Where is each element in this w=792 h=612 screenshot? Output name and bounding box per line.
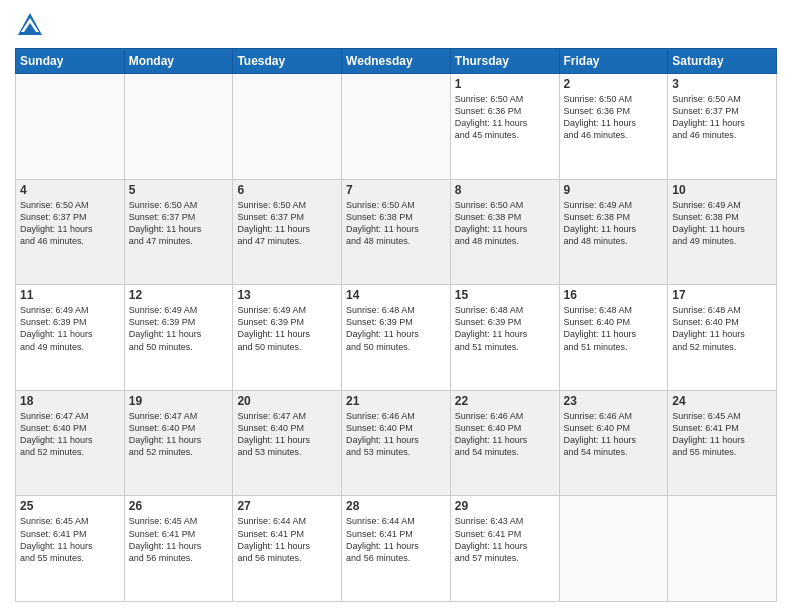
day-info: Sunrise: 6:50 AM Sunset: 6:37 PM Dayligh… (237, 199, 337, 248)
calendar-week-row: 11Sunrise: 6:49 AM Sunset: 6:39 PM Dayli… (16, 285, 777, 391)
day-info: Sunrise: 6:50 AM Sunset: 6:36 PM Dayligh… (455, 93, 555, 142)
day-number: 21 (346, 394, 446, 408)
day-info: Sunrise: 6:48 AM Sunset: 6:39 PM Dayligh… (455, 304, 555, 353)
day-info: Sunrise: 6:50 AM Sunset: 6:37 PM Dayligh… (129, 199, 229, 248)
logo (15, 10, 49, 40)
calendar-cell: 3Sunrise: 6:50 AM Sunset: 6:37 PM Daylig… (668, 74, 777, 180)
day-info: Sunrise: 6:43 AM Sunset: 6:41 PM Dayligh… (455, 515, 555, 564)
calendar-cell: 28Sunrise: 6:44 AM Sunset: 6:41 PM Dayli… (342, 496, 451, 602)
calendar-cell (668, 496, 777, 602)
page: SundayMondayTuesdayWednesdayThursdayFrid… (0, 0, 792, 612)
calendar-cell: 1Sunrise: 6:50 AM Sunset: 6:36 PM Daylig… (450, 74, 559, 180)
calendar-cell: 22Sunrise: 6:46 AM Sunset: 6:40 PM Dayli… (450, 390, 559, 496)
day-number: 6 (237, 183, 337, 197)
day-info: Sunrise: 6:50 AM Sunset: 6:38 PM Dayligh… (455, 199, 555, 248)
day-info: Sunrise: 6:45 AM Sunset: 6:41 PM Dayligh… (20, 515, 120, 564)
calendar-cell: 18Sunrise: 6:47 AM Sunset: 6:40 PM Dayli… (16, 390, 125, 496)
day-number: 5 (129, 183, 229, 197)
day-number: 4 (20, 183, 120, 197)
day-info: Sunrise: 6:49 AM Sunset: 6:39 PM Dayligh… (20, 304, 120, 353)
calendar-cell: 4Sunrise: 6:50 AM Sunset: 6:37 PM Daylig… (16, 179, 125, 285)
day-number: 20 (237, 394, 337, 408)
day-number: 16 (564, 288, 664, 302)
calendar-cell: 13Sunrise: 6:49 AM Sunset: 6:39 PM Dayli… (233, 285, 342, 391)
calendar-header-saturday: Saturday (668, 49, 777, 74)
calendar-cell: 8Sunrise: 6:50 AM Sunset: 6:38 PM Daylig… (450, 179, 559, 285)
day-info: Sunrise: 6:47 AM Sunset: 6:40 PM Dayligh… (129, 410, 229, 459)
day-info: Sunrise: 6:47 AM Sunset: 6:40 PM Dayligh… (237, 410, 337, 459)
day-number: 27 (237, 499, 337, 513)
calendar-cell: 29Sunrise: 6:43 AM Sunset: 6:41 PM Dayli… (450, 496, 559, 602)
day-number: 14 (346, 288, 446, 302)
calendar-week-row: 1Sunrise: 6:50 AM Sunset: 6:36 PM Daylig… (16, 74, 777, 180)
day-number: 24 (672, 394, 772, 408)
day-number: 12 (129, 288, 229, 302)
day-number: 3 (672, 77, 772, 91)
day-info: Sunrise: 6:44 AM Sunset: 6:41 PM Dayligh… (346, 515, 446, 564)
calendar-header-monday: Monday (124, 49, 233, 74)
day-info: Sunrise: 6:50 AM Sunset: 6:37 PM Dayligh… (20, 199, 120, 248)
day-info: Sunrise: 6:50 AM Sunset: 6:38 PM Dayligh… (346, 199, 446, 248)
calendar-cell (342, 74, 451, 180)
day-number: 1 (455, 77, 555, 91)
day-number: 7 (346, 183, 446, 197)
day-info: Sunrise: 6:47 AM Sunset: 6:40 PM Dayligh… (20, 410, 120, 459)
day-number: 8 (455, 183, 555, 197)
calendar-cell (16, 74, 125, 180)
calendar-cell: 21Sunrise: 6:46 AM Sunset: 6:40 PM Dayli… (342, 390, 451, 496)
calendar-cell: 15Sunrise: 6:48 AM Sunset: 6:39 PM Dayli… (450, 285, 559, 391)
calendar-header-row: SundayMondayTuesdayWednesdayThursdayFrid… (16, 49, 777, 74)
day-number: 9 (564, 183, 664, 197)
calendar-cell: 10Sunrise: 6:49 AM Sunset: 6:38 PM Dayli… (668, 179, 777, 285)
calendar-cell: 24Sunrise: 6:45 AM Sunset: 6:41 PM Dayli… (668, 390, 777, 496)
calendar-cell: 20Sunrise: 6:47 AM Sunset: 6:40 PM Dayli… (233, 390, 342, 496)
calendar-header-wednesday: Wednesday (342, 49, 451, 74)
day-info: Sunrise: 6:49 AM Sunset: 6:38 PM Dayligh… (672, 199, 772, 248)
day-info: Sunrise: 6:44 AM Sunset: 6:41 PM Dayligh… (237, 515, 337, 564)
calendar-header-friday: Friday (559, 49, 668, 74)
calendar-cell (233, 74, 342, 180)
day-number: 10 (672, 183, 772, 197)
day-info: Sunrise: 6:49 AM Sunset: 6:39 PM Dayligh… (129, 304, 229, 353)
calendar-cell: 12Sunrise: 6:49 AM Sunset: 6:39 PM Dayli… (124, 285, 233, 391)
day-info: Sunrise: 6:50 AM Sunset: 6:37 PM Dayligh… (672, 93, 772, 142)
day-number: 29 (455, 499, 555, 513)
day-info: Sunrise: 6:48 AM Sunset: 6:39 PM Dayligh… (346, 304, 446, 353)
calendar-header-tuesday: Tuesday (233, 49, 342, 74)
calendar-cell: 19Sunrise: 6:47 AM Sunset: 6:40 PM Dayli… (124, 390, 233, 496)
day-number: 18 (20, 394, 120, 408)
day-info: Sunrise: 6:49 AM Sunset: 6:39 PM Dayligh… (237, 304, 337, 353)
calendar-cell (559, 496, 668, 602)
logo-icon (15, 10, 45, 40)
header (15, 10, 777, 40)
day-info: Sunrise: 6:48 AM Sunset: 6:40 PM Dayligh… (564, 304, 664, 353)
day-number: 25 (20, 499, 120, 513)
day-info: Sunrise: 6:49 AM Sunset: 6:38 PM Dayligh… (564, 199, 664, 248)
calendar-header-sunday: Sunday (16, 49, 125, 74)
calendar-cell: 16Sunrise: 6:48 AM Sunset: 6:40 PM Dayli… (559, 285, 668, 391)
day-number: 13 (237, 288, 337, 302)
day-info: Sunrise: 6:45 AM Sunset: 6:41 PM Dayligh… (672, 410, 772, 459)
calendar-cell: 11Sunrise: 6:49 AM Sunset: 6:39 PM Dayli… (16, 285, 125, 391)
day-number: 26 (129, 499, 229, 513)
calendar-week-row: 25Sunrise: 6:45 AM Sunset: 6:41 PM Dayli… (16, 496, 777, 602)
day-number: 28 (346, 499, 446, 513)
day-number: 23 (564, 394, 664, 408)
calendar-cell: 25Sunrise: 6:45 AM Sunset: 6:41 PM Dayli… (16, 496, 125, 602)
day-info: Sunrise: 6:48 AM Sunset: 6:40 PM Dayligh… (672, 304, 772, 353)
calendar-table: SundayMondayTuesdayWednesdayThursdayFrid… (15, 48, 777, 602)
day-number: 2 (564, 77, 664, 91)
day-info: Sunrise: 6:46 AM Sunset: 6:40 PM Dayligh… (455, 410, 555, 459)
day-number: 11 (20, 288, 120, 302)
calendar-cell: 23Sunrise: 6:46 AM Sunset: 6:40 PM Dayli… (559, 390, 668, 496)
day-number: 15 (455, 288, 555, 302)
calendar-cell (124, 74, 233, 180)
calendar-cell: 26Sunrise: 6:45 AM Sunset: 6:41 PM Dayli… (124, 496, 233, 602)
day-info: Sunrise: 6:50 AM Sunset: 6:36 PM Dayligh… (564, 93, 664, 142)
calendar-cell: 5Sunrise: 6:50 AM Sunset: 6:37 PM Daylig… (124, 179, 233, 285)
day-info: Sunrise: 6:46 AM Sunset: 6:40 PM Dayligh… (564, 410, 664, 459)
calendar-cell: 9Sunrise: 6:49 AM Sunset: 6:38 PM Daylig… (559, 179, 668, 285)
day-info: Sunrise: 6:46 AM Sunset: 6:40 PM Dayligh… (346, 410, 446, 459)
calendar-cell: 2Sunrise: 6:50 AM Sunset: 6:36 PM Daylig… (559, 74, 668, 180)
calendar-week-row: 4Sunrise: 6:50 AM Sunset: 6:37 PM Daylig… (16, 179, 777, 285)
